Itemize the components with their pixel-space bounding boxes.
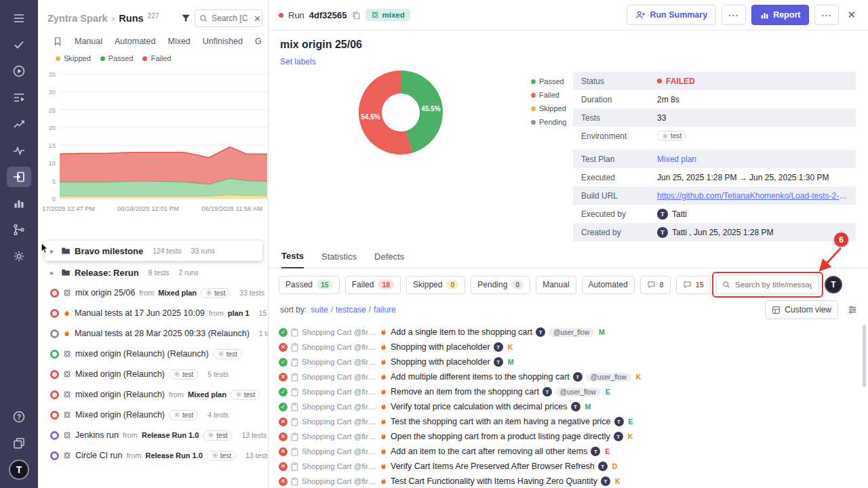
run-name: Mixed origin (Relaunch)	[75, 369, 165, 379]
tree-run-row[interactable]: Manual tests at 28 Mar 2025 09:33 (Relau…	[38, 323, 268, 344]
help-icon[interactable]: ?	[7, 407, 31, 427]
tree-folder-row[interactable]: ▸Release: Rerun8 tests2 runs	[38, 262, 268, 283]
y-axis-tick: 15	[43, 142, 56, 149]
test-row[interactable]: ✕Shopping Cart @first...Shopping with pl…	[269, 340, 868, 354]
legend-item: Passed	[100, 54, 134, 62]
more-options-button[interactable]: ···	[814, 5, 839, 25]
test-row[interactable]: ✓Shopping Cart @first...Add a single ite…	[269, 325, 868, 340]
sidebar-tab-mixed[interactable]: Mixed	[167, 37, 190, 46]
test-row[interactable]: ✕Shopping Cart @first...Test Cart Functi…	[269, 474, 868, 488]
close-panel-icon[interactable]: ✕	[844, 7, 859, 22]
detail-value: TTatti , Jun 25, 2025 1:28 PM	[657, 227, 848, 238]
tree-folder-row[interactable]: ▸Bravo milestone124 tests33 runs	[45, 241, 262, 261]
play-icon[interactable]	[7, 61, 31, 81]
test-row[interactable]: ✕Shopping Cart @first...Verify Cart Item…	[269, 459, 868, 474]
comments-filter-chip[interactable]: 8	[640, 276, 671, 294]
filter-chip-pending[interactable]: Pending0	[471, 276, 530, 294]
custom-view-label: Custom view	[785, 305, 831, 314]
close-icon[interactable]: ✕	[254, 14, 261, 23]
tests-search[interactable]: 6	[716, 275, 819, 294]
menu-icon[interactable]	[7, 8, 31, 28]
build-url-link[interactable]: https://github.com/TetianaKhomenko/Load-…	[657, 191, 848, 201]
reports-icon[interactable]	[7, 193, 31, 214]
flaky-icon	[380, 388, 387, 396]
launches-icon[interactable]	[7, 167, 31, 187]
filter-chip-passed[interactable]: Passed15	[279, 276, 340, 294]
detail-value: Jun 25, 2025 1:28 PM → Jun 25, 2025 1:30…	[657, 173, 848, 182]
label-letter: K	[615, 477, 620, 485]
tests-icon[interactable]	[7, 35, 31, 55]
sort-link-testcase[interactable]: testcase	[336, 305, 366, 314]
breadcrumb-section: Runs	[119, 13, 143, 24]
tree-run-row[interactable]: Manual tests at 17 Jun 2025 10:09frompla…	[38, 303, 268, 323]
test-row[interactable]: ✓Shopping Cart @first...Shopping with pl…	[269, 354, 868, 369]
sidebar-tab-unfinished[interactable]: Unfinished	[203, 37, 243, 46]
sort-link-suite[interactable]: suite	[311, 305, 328, 314]
integrations-icon[interactable]	[7, 220, 31, 240]
test-row[interactable]: ✕Shopping Cart @first...Add an item to t…	[269, 444, 868, 459]
sidebar-search[interactable]: ✕	[195, 9, 262, 27]
test-row[interactable]: ✕Shopping Cart @first...Open the shoppin…	[269, 429, 868, 444]
gear-icon	[208, 432, 214, 439]
settings-icon[interactable]	[7, 246, 31, 266]
run-summary-button[interactable]: Run Summary	[627, 5, 716, 25]
test-row[interactable]: ✕Shopping Cart @first...Add multiple dif…	[269, 369, 868, 384]
filter-chip-automated[interactable]: Automated	[582, 276, 635, 294]
test-row[interactable]: ✕Shopping Cart @first...Test the shoppin…	[269, 414, 868, 429]
tree-run-row[interactable]: mixed origin (Relaunch)fromMixed plantes…	[38, 384, 268, 405]
activity-icon[interactable]	[7, 140, 31, 161]
run-detail-panel: Run 4df32565 mixed Run Summary ··· Repor…	[269, 0, 868, 488]
sort-link-failure[interactable]: failure	[374, 305, 396, 314]
sidebar-search-input[interactable]	[210, 13, 251, 24]
custom-view-button[interactable]: Custom view	[765, 300, 838, 319]
more-actions-button[interactable]: ···	[722, 5, 746, 25]
filter-chip-skipped[interactable]: Skipped0	[406, 276, 465, 294]
user-avatar[interactable]: T	[9, 460, 29, 480]
project-name[interactable]: Zyntra Spark	[47, 13, 108, 24]
runs-icon[interactable]	[7, 87, 31, 108]
failed-icon: ✕	[279, 462, 288, 471]
test-row[interactable]: ✓Shopping Cart @first...Remove an item f…	[269, 384, 868, 399]
sliders-icon[interactable]	[848, 305, 857, 314]
legend-item: Skipped	[56, 54, 91, 62]
test-plan-link[interactable]: Mixed plan	[657, 155, 696, 164]
filter-chip-failed[interactable]: Failed18	[345, 276, 401, 294]
filter-chip-manual[interactable]: Manual	[536, 276, 576, 294]
trends-icon[interactable]	[7, 114, 31, 134]
report-label: Report	[773, 10, 800, 20]
sidebar-tab-manual[interactable]: Manual	[75, 37, 102, 46]
sidebar-tab-automated[interactable]: Automated	[115, 37, 155, 46]
tab-statistics[interactable]: Statistics	[321, 251, 357, 268]
filter-label: Failed	[352, 280, 374, 289]
tree-run-row[interactable]: Mixed origin (Relaunch)test5 tests	[38, 364, 268, 384]
failed-icon: ✕	[279, 477, 288, 486]
copy-icon[interactable]	[352, 11, 361, 20]
filter-funnel-icon[interactable]	[181, 14, 191, 23]
test-row[interactable]: ✓Shopping Cart @first...Verify total pri…	[269, 399, 868, 414]
tree-run-row[interactable]: Circle CI runfromRelease Run 1.0test13 t…	[38, 445, 268, 466]
projects-icon[interactable]	[7, 433, 31, 453]
mixed-run-icon	[63, 289, 71, 297]
filter-label: Pending	[477, 280, 507, 289]
results-donut: 45.5%54.5%	[355, 66, 447, 159]
milestones-icon[interactable]	[53, 37, 62, 46]
chevron-right-icon[interactable]: ▸	[50, 247, 57, 256]
tab-tests[interactable]: Tests	[281, 251, 304, 268]
chevron-right-icon[interactable]: ▸	[50, 268, 57, 277]
comments-filter-chip[interactable]: 15	[676, 276, 711, 294]
runs-trend-chart: 05101520253035	[43, 72, 268, 202]
status-text: FAILED	[666, 77, 695, 86]
filter-count: 0	[511, 280, 524, 289]
tree-run-row[interactable]: Jenkins runfromRelease Run 1.0test13 tes…	[38, 425, 268, 445]
tree-run-row[interactable]: mix origin 25/06fromMixed plantest33 tes…	[38, 283, 268, 303]
sidebar-tab-g[interactable]: G	[255, 37, 262, 46]
tab-defects[interactable]: Defects	[374, 251, 404, 268]
assignee-avatar[interactable]: T	[825, 276, 842, 293]
tree-run-row[interactable]: Mixed origin (Relaunch)test4 tests	[38, 405, 268, 425]
set-labels-link[interactable]: Set labels	[280, 57, 316, 66]
tests-search-input[interactable]	[734, 280, 813, 289]
run-status-ring	[50, 451, 59, 460]
tree-run-row[interactable]: mixed origin (Relaunch) (Relaunch)test	[38, 344, 268, 364]
report-button[interactable]: Report	[751, 5, 809, 25]
scrollbar-thumb[interactable]	[863, 325, 866, 387]
